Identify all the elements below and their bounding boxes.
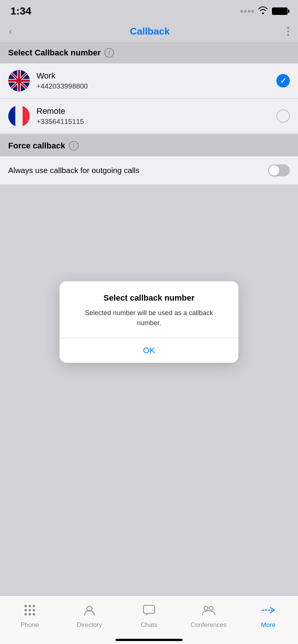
modal-description: Selected number will be used as a callba… — [73, 308, 225, 328]
modal-title: Select callback number — [73, 293, 225, 303]
modal-overlay: Select callback number Selected number w… — [0, 0, 298, 644]
select-callback-modal: Select callback number Selected number w… — [60, 281, 238, 363]
modal-content: Select callback number Selected number w… — [60, 281, 238, 338]
modal-ok-button[interactable]: OK — [60, 338, 238, 363]
